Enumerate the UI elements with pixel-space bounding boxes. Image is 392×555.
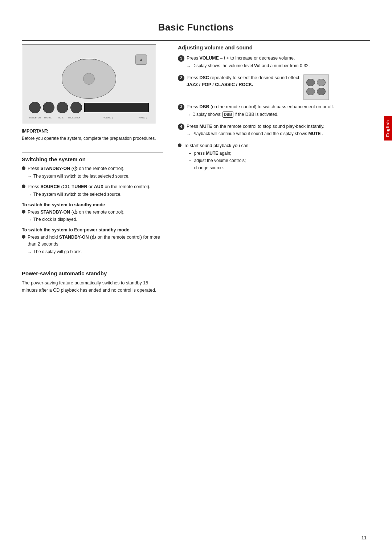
- number-4: 4: [178, 123, 184, 130]
- arrow-text-4: The display will go blank.: [33, 248, 82, 255]
- arrow-4: → The display will go blank.: [28, 248, 163, 255]
- arrow-symbol-r4: →: [187, 131, 191, 137]
- remote-row-2: [306, 88, 326, 95]
- arrow-text-3: The clock is displayed.: [33, 216, 77, 223]
- remote-row-1: [306, 79, 326, 86]
- remote-mini: [303, 74, 329, 100]
- arrow-r3: → Display shows: DBB if the DBB is activ…: [187, 111, 334, 118]
- numbered-item-3: 3 Press DBB (on the remote control) to s…: [178, 104, 370, 119]
- dash-item-3: – change source.: [189, 165, 250, 171]
- bullet-text-sound: To start sound playback you can: – press…: [184, 142, 250, 172]
- important-section: IMPORTANT: Before you operate the system…: [22, 129, 163, 142]
- btn2: [43, 102, 54, 113]
- sound-playback-label: To start sound playback you can:: [184, 143, 250, 148]
- arrow-1: → The system will switch to the last sel…: [28, 173, 130, 180]
- arrow-3: → The clock is displayed.: [28, 216, 124, 223]
- btn3: [57, 102, 68, 113]
- numbered-item-4: 4 Press MUTE on the remote control to st…: [178, 123, 370, 139]
- dash-text-2: adjust the volume controls;: [194, 157, 246, 164]
- numbered-item-2: 2 Press DSC repeatedly to select the des…: [178, 74, 370, 100]
- remote-btn-a: [306, 79, 315, 86]
- arrow-symbol-r3: →: [187, 112, 191, 118]
- device-labels: STANDBY-ON SOURCE MUTE PROG/CLOCK VOLUME…: [29, 117, 149, 119]
- numbered-text-3: Press DBB (on the remote control) to swi…: [187, 104, 334, 119]
- important-text: Before you operate the system, complete …: [22, 135, 163, 142]
- dash-item-1: – press MUTE again;: [189, 150, 250, 157]
- power-text: The power-saving feature automatically s…: [22, 279, 163, 294]
- bullet-item-1: Press STANDBY-ON (⏻ on the remote contro…: [22, 165, 163, 181]
- button-row: [29, 102, 149, 113]
- right-column: Adjusting volume and sound 1 Press VOLUM…: [174, 44, 370, 294]
- adjusting-heading: Adjusting volume and sound: [178, 44, 370, 51]
- remote-btn-b: [317, 79, 326, 86]
- arrow-text-r1: Display shows the volume level Vol and a…: [192, 62, 310, 69]
- arrow-2: → The system will switch to the selected…: [28, 191, 150, 198]
- label-prog: PROG/CLOCK: [68, 117, 80, 119]
- section-divider-2: [22, 262, 163, 262]
- dash-sym-2: –: [189, 157, 191, 164]
- bullet-dot-3: [22, 210, 25, 214]
- btn1: [29, 102, 41, 113]
- cd-tray: [62, 59, 116, 99]
- arrow-text-1: The system will switch to the last selec…: [33, 173, 130, 179]
- page-number: 11: [362, 535, 367, 540]
- numbered-text-2: Press DSC repeatedly to select the desir…: [187, 74, 329, 100]
- number-1: 1: [178, 55, 184, 62]
- dash-item-2: – adjust the volume controls;: [189, 157, 250, 164]
- arrow-text-r4: Playback will continue without sound and…: [192, 130, 323, 137]
- arrow-symbol-1: →: [28, 173, 32, 180]
- numbered-text-1: Press VOLUME – / + to increase or decrea…: [187, 55, 310, 71]
- volume-bar: [84, 103, 149, 112]
- bullet-item-4: Press and hold STANDBY-ON (⏻ on the remo…: [22, 234, 163, 257]
- dash-text-3: change source.: [194, 165, 224, 171]
- title-divider: [22, 40, 370, 41]
- device-drawing: PHILIPS ▲ STANDBY-ON SOUR: [27, 48, 151, 121]
- sound-playback-item: To start sound playback you can: – press…: [178, 142, 370, 172]
- dash-text-1: press MUTE again;: [194, 150, 232, 157]
- arrow-symbol-4: →: [28, 249, 32, 255]
- number-3: 3: [178, 104, 184, 110]
- label-mute: MUTE: [55, 117, 67, 119]
- label-volume: VOLUME ▲: [81, 117, 136, 119]
- cd-center: [83, 73, 95, 85]
- label-tuning: TUNING ▲: [137, 117, 149, 119]
- label-standby: STANDBY-ON: [29, 117, 41, 119]
- dash-sym-3: –: [189, 165, 191, 171]
- switching-heading: Switching the system on: [22, 152, 163, 162]
- bullet-dot-sound: [178, 143, 181, 147]
- english-tab: English: [384, 116, 392, 141]
- arrow-symbol-3: →: [28, 216, 32, 223]
- dbb-badge: DBB: [222, 112, 233, 118]
- arrow-text-2: The system will switch to the selected s…: [33, 191, 122, 198]
- numbered-item-1: 1 Press VOLUME – / + to increase or decr…: [178, 55, 370, 71]
- arrow-symbol-r1: →: [187, 63, 191, 69]
- bullet-text-4: Press and hold STANDBY-ON (⏻ on the remo…: [28, 234, 163, 257]
- remote-btn-c: [306, 88, 315, 95]
- remote-btn-d: [317, 88, 326, 95]
- number-2: 2: [178, 75, 184, 81]
- bullet-text-3: Press STANDBY-ON (⏻ on the remote contro…: [28, 209, 124, 225]
- bullet-text-1: Press STANDBY-ON (⏻ on the remote contro…: [28, 165, 130, 181]
- device-image: PHILIPS ▲ STANDBY-ON SOUR: [22, 44, 156, 124]
- bullet-item-3: Press STANDBY-ON (⏻ on the remote contro…: [22, 209, 163, 225]
- eco-sub-heading: To switch the system to Eco-power standb…: [22, 227, 163, 232]
- bullet-dot-1: [22, 166, 25, 170]
- label-source: SOURCE: [42, 117, 54, 119]
- arrow-r4: → Playback will continue without sound a…: [187, 130, 324, 137]
- left-column: PHILIPS ▲ STANDBY-ON SOUR: [22, 44, 163, 294]
- dash-sym-1: –: [189, 150, 191, 157]
- bullet-item-2: Press SOURCE (CD, TUNER or AUX on the re…: [22, 183, 163, 199]
- power-heading: Power-saving automatic standby: [22, 267, 163, 276]
- page-title: Basic Functions: [0, 0, 392, 40]
- arrow-text-r3: Display shows: DBB if the DBB is activat…: [192, 111, 278, 118]
- numbered-text-4: Press MUTE on the remote control to stop…: [187, 123, 324, 139]
- btn4: [70, 102, 82, 113]
- arrow-r1: → Display shows the volume level Vol and…: [187, 62, 310, 69]
- arrow-symbol-2: →: [28, 191, 32, 198]
- bullet-text-2: Press SOURCE (CD, TUNER or AUX on the re…: [28, 183, 150, 199]
- important-label: IMPORTANT:: [22, 129, 163, 134]
- bullet-dot-2: [22, 185, 25, 188]
- section-divider-1: [22, 147, 163, 147]
- standby-sub-heading: To switch the system to standby mode: [22, 202, 163, 207]
- bullet-dot-4: [22, 235, 25, 239]
